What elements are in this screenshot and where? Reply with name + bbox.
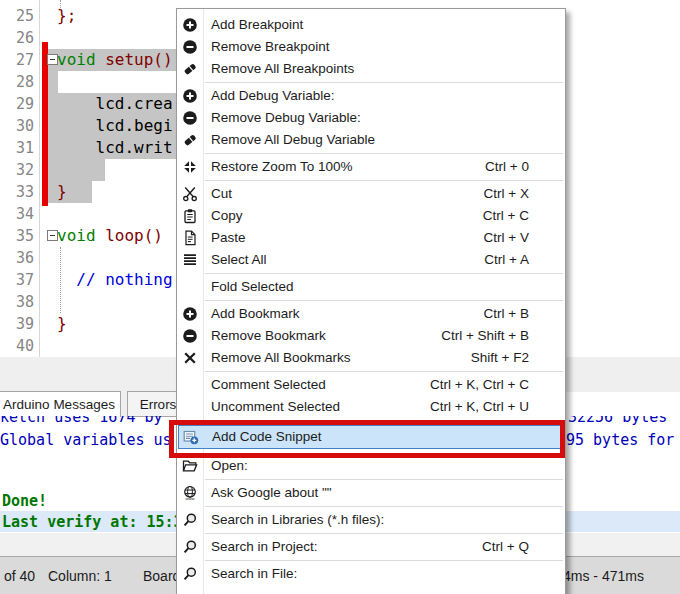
status-column: Column: 1 (48, 568, 112, 584)
menu-item-remove-all-bookmarks[interactable]: Remove All BookmarksShift + F2 (177, 347, 565, 369)
minus-circle-icon (182, 328, 198, 344)
shortcut-label: Ctrl + X (484, 183, 529, 205)
select-all-icon (182, 252, 198, 268)
shortcut-label: Ctrl + V (484, 227, 529, 249)
menu-item-add-debug-variable[interactable]: Add Debug Variable: (177, 85, 565, 107)
line-number: 28 (0, 71, 34, 93)
open-folder-icon (182, 458, 198, 474)
menu-separator (205, 153, 563, 154)
shortcut-label: Ctrl + 0 (485, 156, 529, 178)
menu-item-select-all[interactable]: Select AllCtrl + A (177, 249, 565, 271)
output-line: 95 bytes for (566, 431, 674, 449)
line-number: 37 (0, 269, 34, 291)
shortcut-label: Shift + F2 (471, 347, 529, 369)
menu-separator (205, 533, 563, 534)
search-icon (182, 512, 198, 528)
restore-zoom-icon (182, 159, 198, 175)
output-line: Global variables us (0, 431, 172, 449)
shortcut-label: Ctrl + A (484, 249, 529, 271)
fold-collapse-icon[interactable] (47, 230, 58, 241)
status-timing: 4ms - 471ms (563, 568, 644, 584)
menu-item-fold-selected[interactable]: Fold Selected (177, 276, 565, 298)
code-text: } (57, 181, 67, 203)
context-menu: Add Breakpoint Remove Breakpoint Remove … (176, 8, 566, 594)
line-number: 25 (0, 5, 34, 27)
globe-icon (182, 485, 198, 501)
code-text: void loop() (57, 225, 163, 247)
shortcut-label: Ctrl + B (484, 303, 529, 325)
code-text: void setup() (57, 49, 173, 71)
menu-separator (205, 180, 563, 181)
menu-item-remove-breakpoint[interactable]: Remove Breakpoint (177, 36, 565, 58)
code-text: }; (57, 5, 76, 27)
menu-item-remove-all-breakpoints[interactable]: Remove All Breakpoints (177, 58, 565, 80)
line-number: 35 (0, 225, 34, 247)
eraser-icon (182, 61, 198, 77)
tab-arduino-messages[interactable]: Arduino Messages (0, 391, 121, 417)
shortcut-label: Ctrl + C (483, 205, 529, 227)
status-board: Board (143, 568, 180, 584)
shortcut-label: Ctrl + K, Ctrl + C (430, 374, 529, 396)
menu-item-add-breakpoint[interactable]: Add Breakpoint (177, 14, 565, 36)
code-text: // nothing (57, 269, 173, 291)
code-text: lcd.begi (57, 115, 173, 137)
menu-item-open[interactable]: Open: (177, 455, 565, 477)
red-annotation-box (169, 420, 565, 458)
code-text: lcd.crea (57, 93, 173, 115)
scissors-icon (182, 186, 198, 202)
line-number: 38 (0, 291, 34, 313)
menu-separator (205, 506, 563, 507)
line-number: 31 (0, 137, 34, 159)
menu-item-comment-selected[interactable]: Comment SelectedCtrl + K, Ctrl + C (177, 374, 565, 396)
menu-item-remove-bookmark[interactable]: Remove BookmarkCtrl + Shift + B (177, 325, 565, 347)
plus-circle-icon (182, 306, 198, 322)
menu-item-cut[interactable]: CutCtrl + X (177, 183, 565, 205)
fold-collapse-icon[interactable] (47, 54, 58, 65)
menu-item-search-in-file[interactable]: Search in File: (177, 563, 565, 585)
minus-circle-icon (182, 39, 198, 55)
red-annotation-bar (42, 42, 48, 206)
menu-item-remove-debug-variable[interactable]: Remove Debug Variable: (177, 107, 565, 129)
app-window: 25}; 26 27void setup() 28 29 lcd.crea 30… (0, 0, 680, 594)
menu-item-restore-zoom[interactable]: Restore Zoom To 100%Ctrl + 0 (177, 156, 565, 178)
line-number: 26 (0, 27, 34, 49)
line-number: 27 (0, 49, 34, 71)
shortcut-label: Ctrl + Shift + B (441, 325, 529, 347)
menu-separator (205, 300, 563, 301)
menu-item-search-in-libraries[interactable]: Search in Libraries (*.h files): (177, 509, 565, 531)
menu-separator (205, 371, 563, 372)
search-icon (182, 566, 198, 582)
line-number: 30 (0, 115, 34, 137)
line-number: 33 (0, 181, 34, 203)
status-line-position: of 40 (4, 568, 35, 584)
line-number: 34 (0, 203, 34, 225)
menu-item-paste[interactable]: PasteCtrl + V (177, 227, 565, 249)
line-number: 29 (0, 93, 34, 115)
menu-item-search-in-project[interactable]: Search in Project:Ctrl + Q (177, 536, 565, 558)
shortcut-label: Ctrl + Q (482, 536, 529, 558)
code-text: lcd.writ (57, 137, 173, 159)
menu-item-remove-all-debug-variable[interactable]: Remove All Debug Variable (177, 129, 565, 151)
search-icon (182, 539, 198, 555)
clipboard-icon (182, 208, 198, 224)
paste-document-icon (182, 230, 198, 246)
menu-separator (205, 479, 563, 480)
menu-separator (205, 273, 563, 274)
line-number: 36 (0, 247, 34, 269)
menu-item-ask-google[interactable]: Ask Google about "" (177, 482, 565, 504)
shortcut-label: Ctrl + K, Ctrl + U (430, 396, 529, 418)
plus-circle-icon (182, 17, 198, 33)
line-number: 40 (0, 335, 34, 357)
code-text: } (57, 313, 67, 335)
done-status-text: Done! (2, 492, 47, 510)
x-mark-icon (182, 350, 198, 366)
menu-item-add-bookmark[interactable]: Add BookmarkCtrl + B (177, 303, 565, 325)
menu-item-uncomment-selected[interactable]: Uncomment SelectedCtrl + K, Ctrl + U (177, 396, 565, 418)
menu-separator (205, 82, 563, 83)
minus-circle-icon (182, 110, 198, 126)
menu-item-copy[interactable]: CopyCtrl + C (177, 205, 565, 227)
plus-circle-icon (182, 88, 198, 104)
line-number: 39 (0, 313, 34, 335)
line-number: 32 (0, 159, 34, 181)
menu-separator (205, 560, 563, 561)
